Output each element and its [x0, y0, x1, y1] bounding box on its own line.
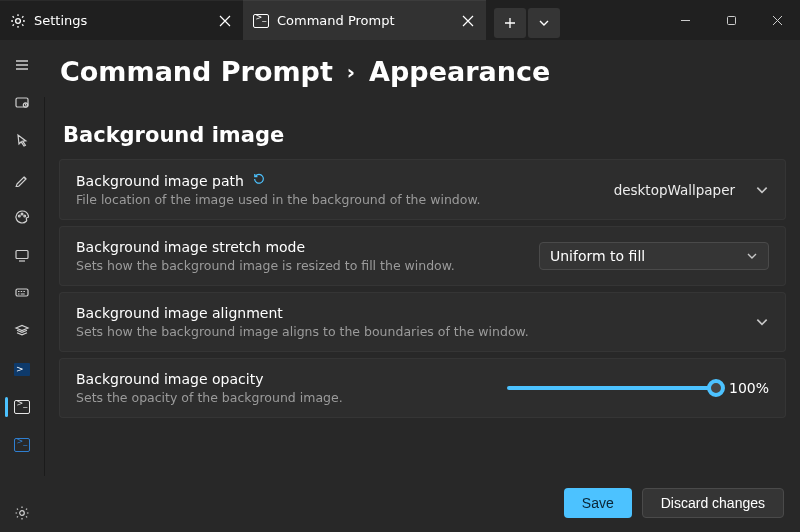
tab-settings[interactable]: Settings	[0, 0, 243, 40]
sidebar-item-command-prompt[interactable]	[2, 388, 42, 426]
select-value: Uniform to fill	[550, 248, 722, 264]
chevron-down-icon[interactable]	[755, 315, 769, 329]
breadcrumb-parent[interactable]: Command Prompt	[60, 56, 333, 87]
setting-desc: File location of the image used in the b…	[76, 192, 602, 207]
breadcrumb: Command Prompt › Appearance	[44, 40, 800, 97]
setting-opacity: Background image opacity Sets the opacit…	[59, 358, 786, 418]
menu-button[interactable]	[2, 46, 42, 84]
svg-point-9	[20, 511, 25, 516]
breadcrumb-current: Appearance	[369, 56, 550, 87]
svg-rect-1	[727, 16, 735, 24]
sidebar	[0, 40, 44, 532]
close-icon[interactable]	[460, 13, 476, 29]
gear-icon	[10, 13, 26, 29]
setting-desc: Sets how the background image aligns to …	[76, 324, 743, 339]
opacity-slider[interactable]	[507, 386, 717, 390]
chevron-right-icon: ›	[347, 60, 355, 84]
sidebar-item-interaction[interactable]	[2, 122, 42, 160]
save-button[interactable]: Save	[564, 488, 632, 518]
maximize-button[interactable]	[708, 0, 754, 40]
sidebar-item-profiles[interactable]	[2, 312, 42, 350]
setting-background-image-path[interactable]: Background image path File location of t…	[59, 159, 786, 220]
reset-icon[interactable]	[252, 172, 266, 189]
close-icon[interactable]	[217, 13, 233, 29]
settings-scroll[interactable]: Background image Background image path F…	[44, 97, 800, 476]
setting-alignment[interactable]: Background image alignment Sets how the …	[59, 292, 786, 352]
setting-desc: Sets the opacity of the background image…	[76, 390, 495, 405]
tab-label: Command Prompt	[277, 13, 452, 28]
titlebar-spacer	[560, 0, 662, 40]
azure-terminal-icon	[14, 438, 30, 452]
window-controls	[662, 0, 800, 40]
close-button[interactable]	[754, 0, 800, 40]
sidebar-settings-button[interactable]	[2, 494, 42, 532]
opacity-value: 100%	[729, 380, 769, 396]
svg-point-4	[18, 215, 20, 217]
svg-rect-8	[16, 289, 28, 296]
svg-point-5	[21, 213, 23, 215]
tab-command-prompt[interactable]: Command Prompt	[243, 0, 486, 40]
new-tab-group	[486, 0, 560, 40]
minimize-button[interactable]	[662, 0, 708, 40]
sidebar-item-azure[interactable]	[2, 426, 42, 464]
chevron-down-icon	[746, 250, 758, 262]
sidebar-item-startup[interactable]	[2, 84, 42, 122]
stretch-mode-select[interactable]: Uniform to fill	[539, 242, 769, 270]
section-title: Background image	[63, 123, 782, 147]
setting-title: Background image opacity	[76, 371, 263, 387]
svg-point-0	[16, 18, 21, 23]
terminal-icon	[14, 400, 30, 414]
sidebar-item-appearance[interactable]	[2, 160, 42, 198]
discard-button[interactable]: Discard changes	[642, 488, 784, 518]
content: Command Prompt › Appearance Background i…	[44, 40, 800, 532]
slider-thumb[interactable]	[707, 379, 725, 397]
sidebar-item-actions[interactable]	[2, 274, 42, 312]
sidebar-item-rendering[interactable]	[2, 236, 42, 274]
setting-value: desktopWallpaper	[614, 182, 735, 198]
titlebar: Settings Command Prompt	[0, 0, 800, 40]
terminal-icon	[253, 13, 269, 29]
setting-title: Background image path	[76, 173, 244, 189]
setting-stretch-mode: Background image stretch mode Sets how t…	[59, 226, 786, 286]
footer: Save Discard changes	[44, 476, 800, 532]
main-area: Command Prompt › Appearance Background i…	[0, 40, 800, 532]
svg-rect-7	[16, 251, 28, 259]
svg-point-6	[24, 215, 26, 217]
new-tab-button[interactable]	[494, 8, 526, 38]
tab-menu-button[interactable]	[528, 8, 560, 38]
setting-title: Background image alignment	[76, 305, 283, 321]
chevron-down-icon[interactable]	[755, 183, 769, 197]
setting-title: Background image stretch mode	[76, 239, 305, 255]
sidebar-item-powershell[interactable]	[2, 350, 42, 388]
setting-desc: Sets how the background image is resized…	[76, 258, 527, 273]
tab-label: Settings	[34, 13, 209, 28]
sidebar-item-color[interactable]	[2, 198, 42, 236]
powershell-icon	[14, 363, 30, 376]
